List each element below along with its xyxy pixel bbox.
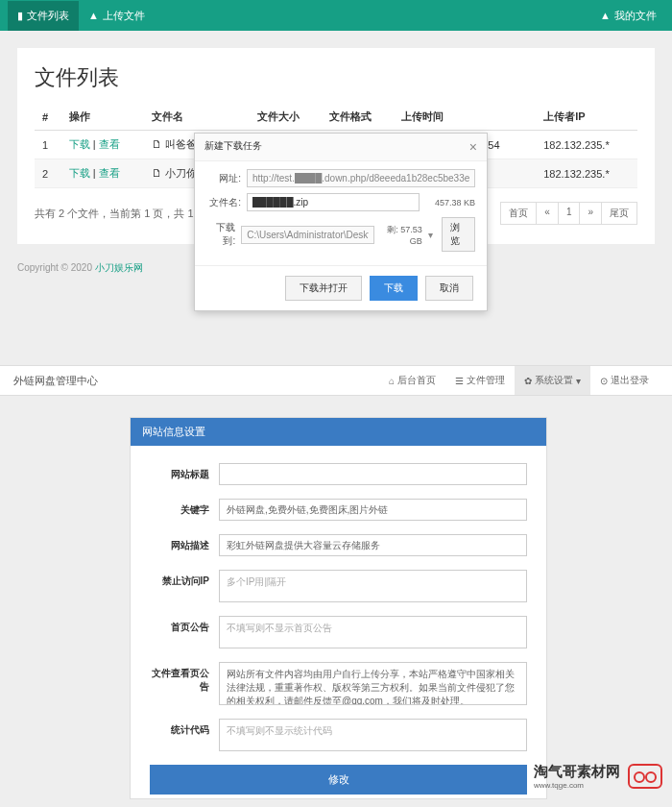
nav-label: 我的文件 — [614, 9, 657, 23]
cell-ip: 182.132.235.* — [536, 159, 637, 188]
watermark-brand: 淘气哥素材网 — [534, 763, 620, 779]
th-action: 操作 — [61, 104, 144, 131]
label: 统计代码 — [150, 719, 219, 751]
menu-home[interactable]: ⌂后台首页 — [379, 366, 445, 395]
download-link[interactable]: 下载 — [69, 138, 90, 150]
settings-body: 网站标题 关键字 网站描述 禁止访问IP 首页公告 文件查看页公告 网站所有文件… — [131, 446, 546, 798]
site-title-input[interactable] — [219, 463, 527, 485]
page-prev[interactable]: « — [536, 202, 559, 225]
label: 网站描述 — [150, 534, 219, 556]
name-input[interactable] — [247, 193, 420, 211]
file-icon: 🗋 — [152, 167, 162, 179]
stats-code-input[interactable] — [219, 719, 527, 751]
row-stats-code: 统计代码 — [150, 719, 527, 751]
menu-logout[interactable]: ⊙退出登录 — [590, 366, 659, 395]
dialog-body: 网址: 文件名: 457.38 KB 下载到: 剩: 57.53 GB ▾ 浏览 — [195, 161, 487, 265]
th-name: 文件名 — [144, 104, 250, 131]
logout-icon: ⊙ — [600, 376, 608, 386]
chevron-down-icon[interactable]: ▾ — [428, 230, 436, 240]
th-num: # — [35, 104, 61, 131]
description-input[interactable] — [219, 534, 527, 556]
nav-left: ▮ 文件列表 ▲ 上传文件 — [8, 1, 155, 31]
row-announcement: 首页公告 — [150, 616, 527, 648]
announcement-input[interactable] — [219, 616, 527, 648]
page-current[interactable]: 1 — [558, 202, 581, 225]
cell-num: 2 — [35, 159, 61, 188]
submit-button[interactable]: 修改 — [150, 765, 527, 795]
nav-label: 文件列表 — [27, 9, 69, 23]
upload-icon: ▲ — [88, 10, 99, 21]
submit-row: 修改 — [150, 765, 527, 795]
th-time: 上传时间 — [394, 104, 536, 131]
url-input[interactable] — [247, 169, 475, 187]
block-ip-input[interactable] — [219, 570, 527, 602]
watermark: 淘气哥素材网 www.tqge.com — [534, 763, 662, 790]
label: 关键字 — [150, 499, 219, 521]
cell-actions: 下载 | 查看 — [61, 131, 144, 159]
pagination: 首页 « 1 » 尾页 — [501, 202, 637, 225]
watermark-logo-icon — [628, 764, 662, 789]
url-label: 网址: — [206, 172, 241, 185]
footer-summary: 共有 2 个文件，当前第 1 页，共 1 页 — [35, 207, 207, 221]
th-format: 文件格式 — [322, 104, 394, 131]
close-icon[interactable]: × — [469, 139, 477, 155]
row-view-notice: 文件查看页公告 网站所有文件内容均由用户自行上传分享，本站严格遵守中国家相关法律… — [150, 662, 527, 705]
page-last[interactable]: 尾页 — [601, 202, 637, 225]
path-input[interactable] — [241, 226, 374, 244]
name-row: 文件名: 457.38 KB — [206, 193, 475, 211]
label: 首页公告 — [150, 616, 219, 648]
nav-file-list[interactable]: ▮ 文件列表 — [8, 1, 79, 31]
settings-panel: 网站信息设置 网站标题 关键字 网站描述 禁止访问IP 首页公告 文件查看页公告… — [130, 417, 547, 799]
nav-label: 上传文件 — [103, 9, 145, 23]
admin-menu: ⌂后台首页 ☰文件管理 ✿系统设置▾ ⊙退出登录 — [379, 366, 659, 395]
file-icon: 🗋 — [152, 138, 162, 150]
download-button[interactable]: 下载 — [370, 276, 418, 301]
cell-num: 1 — [35, 131, 61, 159]
view-link[interactable]: 查看 — [99, 138, 120, 150]
admin-title: 外链网盘管理中心 — [13, 374, 98, 388]
th-size: 文件大小 — [250, 104, 322, 131]
view-link[interactable]: 查看 — [99, 167, 120, 179]
nav-upload[interactable]: ▲ 上传文件 — [79, 1, 155, 31]
name-label: 文件名: — [206, 196, 241, 209]
menu-file-manage[interactable]: ☰文件管理 — [445, 366, 515, 395]
gear-icon: ✿ — [524, 376, 532, 386]
label: 禁止访问IP — [150, 570, 219, 602]
cell-actions: 下载 | 查看 — [61, 159, 144, 188]
nav-my-files[interactable]: ▲ 我的文件 — [592, 9, 664, 23]
dialog-footer: 下载并打开 下载 取消 — [195, 265, 487, 310]
copyright-link[interactable]: 小刀娱乐网 — [95, 262, 143, 273]
admin-navbar: 外链网盘管理中心 ⌂后台首页 ☰文件管理 ✿系统设置▾ ⊙退出登录 — [0, 365, 672, 396]
home-icon: ⌂ — [389, 376, 395, 386]
list-icon: ☰ — [455, 376, 464, 386]
row-description: 网站描述 — [150, 534, 527, 556]
url-row: 网址: — [206, 169, 475, 187]
chevron-down-icon: ▾ — [576, 376, 581, 386]
browse-button[interactable]: 浏览 — [442, 217, 475, 252]
dialog-title-text: 新建下载任务 — [204, 139, 262, 155]
file-size: 457.38 KB — [425, 198, 475, 208]
user-icon: ▲ — [600, 10, 611, 21]
row-keywords: 关键字 — [150, 499, 527, 521]
dialog-titlebar: 新建下载任务 × — [195, 134, 487, 161]
menu-sys-settings[interactable]: ✿系统设置▾ — [515, 366, 590, 395]
view-notice-input[interactable]: 网站所有文件内容均由用户自行上传分享，本站严格遵守中国家相关法律法规，重重著作权… — [219, 662, 527, 705]
download-open-button[interactable]: 下载并打开 — [285, 276, 362, 301]
path-label: 下载到: — [206, 221, 235, 248]
page-first[interactable]: 首页 — [500, 202, 537, 225]
row-site-title: 网站标题 — [150, 463, 527, 485]
watermark-url: www.tqge.com — [534, 781, 620, 790]
page-next[interactable]: » — [579, 202, 602, 225]
watermark-text-block: 淘气哥素材网 www.tqge.com — [534, 763, 620, 790]
keywords-input[interactable] — [219, 499, 527, 521]
label: 网站标题 — [150, 463, 219, 485]
label: 文件查看页公告 — [150, 662, 219, 705]
row-block-ip: 禁止访问IP — [150, 570, 527, 602]
cancel-button[interactable]: 取消 — [425, 276, 473, 301]
settings-header: 网站信息设置 — [131, 418, 546, 446]
download-link[interactable]: 下载 — [69, 167, 90, 179]
download-dialog: 新建下载任务 × 网址: 文件名: 457.38 KB 下载到: 剩: 57.5… — [194, 133, 488, 311]
cell-ip: 182.132.235.* — [536, 131, 637, 159]
free-space: 剩: 57.53 GB — [380, 224, 422, 246]
th-ip: 上传者IP — [536, 104, 637, 131]
